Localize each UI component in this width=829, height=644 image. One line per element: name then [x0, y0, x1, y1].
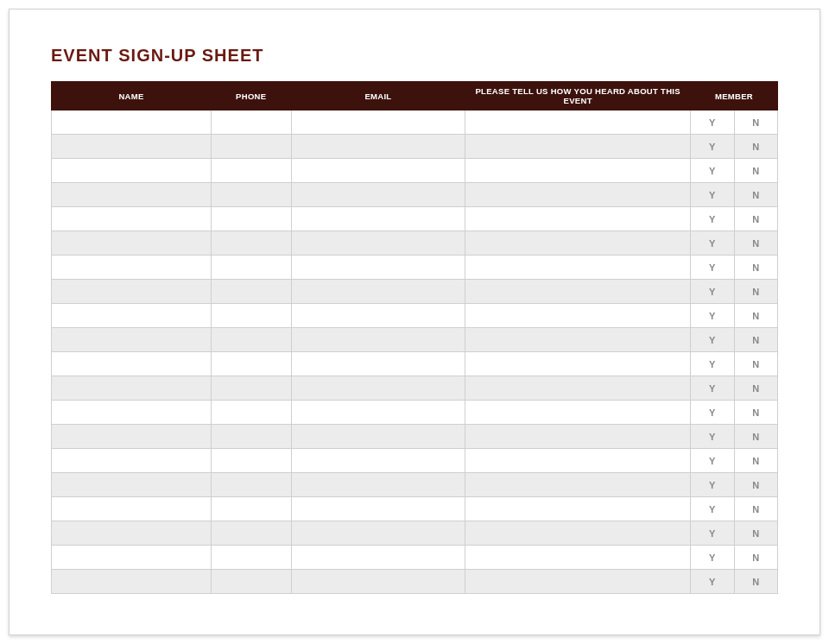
cell-phone[interactable] [212, 425, 292, 449]
member-no[interactable]: N [734, 304, 778, 328]
member-no[interactable]: N [734, 376, 778, 401]
member-yes[interactable]: Y [691, 521, 734, 546]
member-no[interactable]: N [734, 497, 778, 521]
cell-heard[interactable] [465, 521, 691, 546]
member-no[interactable]: N [734, 401, 778, 425]
member-no[interactable]: N [734, 425, 778, 449]
member-no[interactable]: N [734, 256, 778, 280]
cell-email[interactable] [291, 497, 465, 521]
cell-phone[interactable] [212, 546, 292, 570]
member-no[interactable]: N [734, 473, 778, 497]
member-no[interactable]: N [734, 449, 778, 473]
cell-name[interactable] [52, 497, 212, 521]
cell-email[interactable] [291, 256, 465, 280]
member-yes[interactable]: Y [691, 570, 734, 594]
member-yes[interactable]: Y [691, 497, 734, 521]
member-yes[interactable]: Y [691, 280, 734, 304]
member-yes[interactable]: Y [691, 159, 734, 183]
member-no[interactable]: N [734, 231, 778, 256]
member-yes[interactable]: Y [691, 352, 734, 376]
cell-email[interactable] [291, 159, 465, 183]
cell-phone[interactable] [212, 570, 292, 594]
cell-phone[interactable] [212, 159, 292, 183]
cell-heard[interactable] [465, 352, 691, 376]
cell-name[interactable] [52, 449, 212, 473]
cell-phone[interactable] [212, 207, 292, 231]
cell-name[interactable] [52, 231, 212, 256]
cell-heard[interactable] [465, 497, 691, 521]
cell-heard[interactable] [465, 256, 691, 280]
cell-email[interactable] [291, 521, 465, 546]
member-no[interactable]: N [734, 110, 778, 135]
cell-email[interactable] [291, 110, 465, 135]
member-yes[interactable]: Y [691, 256, 734, 280]
cell-email[interactable] [291, 328, 465, 352]
cell-phone[interactable] [212, 497, 292, 521]
member-yes[interactable]: Y [691, 231, 734, 256]
member-no[interactable]: N [734, 207, 778, 231]
cell-name[interactable] [52, 376, 212, 401]
cell-name[interactable] [52, 352, 212, 376]
cell-email[interactable] [291, 135, 465, 159]
cell-heard[interactable] [465, 304, 691, 328]
cell-heard[interactable] [465, 183, 691, 207]
cell-heard[interactable] [465, 449, 691, 473]
cell-email[interactable] [291, 449, 465, 473]
member-yes[interactable]: Y [691, 328, 734, 352]
cell-phone[interactable] [212, 352, 292, 376]
cell-phone[interactable] [212, 304, 292, 328]
cell-email[interactable] [291, 352, 465, 376]
cell-name[interactable] [52, 473, 212, 497]
cell-name[interactable] [52, 207, 212, 231]
member-yes[interactable]: Y [691, 449, 734, 473]
cell-name[interactable] [52, 280, 212, 304]
cell-name[interactable] [52, 135, 212, 159]
member-yes[interactable]: Y [691, 183, 734, 207]
cell-email[interactable] [291, 376, 465, 401]
cell-heard[interactable] [465, 328, 691, 352]
cell-heard[interactable] [465, 231, 691, 256]
cell-email[interactable] [291, 473, 465, 497]
cell-email[interactable] [291, 280, 465, 304]
cell-heard[interactable] [465, 425, 691, 449]
member-no[interactable]: N [734, 570, 778, 594]
member-no[interactable]: N [734, 159, 778, 183]
cell-email[interactable] [291, 401, 465, 425]
member-yes[interactable]: Y [691, 425, 734, 449]
cell-heard[interactable] [465, 110, 691, 135]
cell-name[interactable] [52, 256, 212, 280]
cell-heard[interactable] [465, 570, 691, 594]
cell-email[interactable] [291, 183, 465, 207]
member-no[interactable]: N [734, 280, 778, 304]
cell-name[interactable] [52, 401, 212, 425]
cell-name[interactable] [52, 183, 212, 207]
cell-heard[interactable] [465, 401, 691, 425]
cell-phone[interactable] [212, 256, 292, 280]
member-yes[interactable]: Y [691, 546, 734, 570]
cell-name[interactable] [52, 328, 212, 352]
cell-phone[interactable] [212, 110, 292, 135]
member-no[interactable]: N [734, 328, 778, 352]
cell-email[interactable] [291, 231, 465, 256]
cell-name[interactable] [52, 304, 212, 328]
member-yes[interactable]: Y [691, 376, 734, 401]
cell-heard[interactable] [465, 207, 691, 231]
cell-phone[interactable] [212, 231, 292, 256]
cell-name[interactable] [52, 546, 212, 570]
member-yes[interactable]: Y [691, 135, 734, 159]
cell-email[interactable] [291, 304, 465, 328]
member-no[interactable]: N [734, 521, 778, 546]
cell-heard[interactable] [465, 280, 691, 304]
cell-email[interactable] [291, 425, 465, 449]
member-yes[interactable]: Y [691, 110, 734, 135]
cell-name[interactable] [52, 110, 212, 135]
cell-heard[interactable] [465, 159, 691, 183]
cell-phone[interactable] [212, 376, 292, 401]
cell-name[interactable] [52, 425, 212, 449]
cell-email[interactable] [291, 546, 465, 570]
member-yes[interactable]: Y [691, 207, 734, 231]
cell-heard[interactable] [465, 473, 691, 497]
cell-heard[interactable] [465, 376, 691, 401]
cell-email[interactable] [291, 207, 465, 231]
cell-phone[interactable] [212, 183, 292, 207]
